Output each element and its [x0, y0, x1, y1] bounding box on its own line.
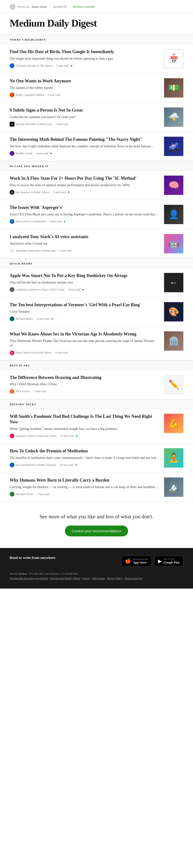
- article-subtitle: Could this be someone you know? Or even …: [10, 115, 160, 120]
- article-card: I analyzed Tony Stark's AI voice assista…: [0, 229, 193, 258]
- author-avatar: +: [10, 219, 14, 224]
- section-todays-highlights: TODAY'S HIGHLIGHTS: [0, 34, 193, 44]
- stories-for-text: Stories for: [18, 5, 29, 9]
- article-title[interactable]: The Difference Between Drawing and Illus…: [10, 375, 160, 380]
- article-subtitle: The benefits of meditation don't come in…: [10, 456, 160, 460]
- article-title[interactable]: Will Smith's Pandemic Dad Bod Challenge …: [10, 414, 160, 425]
- article-thumbnail: 🏛️: [164, 331, 183, 351]
- help-center-link[interactable]: Help Center: [92, 577, 105, 580]
- author-name: Brooke Meredith in Mind Cafe: [16, 122, 52, 126]
- article-card: No One Wants to Work Anymore The lament …: [0, 73, 193, 103]
- article-card: 9 Subtle Signs a Person Is Not So Great …: [0, 103, 193, 132]
- article-thumbnail: 🌩️: [164, 107, 183, 127]
- article-content: I analyzed Tony Stark's AI voice assista…: [10, 234, 160, 253]
- separator: ·: [54, 64, 55, 68]
- author-avatar: BC: [10, 248, 14, 253]
- article-thumbnail: 📅 📅: [164, 49, 183, 68]
- privacy-link[interactable]: Privacy Policy: [107, 577, 123, 580]
- careers-link[interactable]: Careers: [82, 577, 90, 580]
- article-meta: + Devon Price in Elemental · 9 min read …: [10, 219, 160, 224]
- article-subtitle: See how Van Gogh's turbulent mind depict…: [10, 144, 160, 149]
- email-header: Stories for James Jonas · @cobalt706 · B…: [0, 0, 193, 13]
- article-card: The Issues With 'Asperger's' Tesla CEO E…: [0, 200, 193, 229]
- google-play-icon: ▶: [158, 558, 162, 564]
- footer-sent-by: Sent by Medium · P.O. Box 602, San Franc…: [10, 571, 183, 576]
- article-title[interactable]: 9 Subtle Signs a Person Is Not So Great: [10, 107, 160, 113]
- article-title[interactable]: No One Wants to Work Anymore: [10, 78, 160, 84]
- article-content: Apple Was Smart Not To Put a Key Ring Do…: [10, 273, 160, 292]
- article-thumbnail: 👤: [164, 205, 183, 224]
- article-thumbnail: 🤖: [164, 234, 183, 253]
- star-icon: ★: [70, 64, 73, 68]
- article-meta: SL Paul Combs in Perceive More! · 4 min …: [10, 350, 160, 355]
- author-avatar: SL: [10, 350, 14, 355]
- article-title[interactable]: The Issues With 'Asperger's': [10, 205, 160, 210]
- user-avatar: [10, 4, 15, 10]
- author-avatar: mc: [10, 122, 14, 127]
- article-card: The Ten best Interpretations of Vermeer'…: [0, 297, 193, 327]
- terms-link[interactable]: Terms of service: [125, 577, 142, 580]
- cta-button[interactable]: Control your recommendations: [65, 526, 128, 536]
- article-title[interactable]: I analyzed Tony Stark's AI voice assista…: [10, 234, 160, 240]
- read-time: 10 min read: [60, 463, 73, 467]
- read-time: 4 min read: [55, 351, 68, 354]
- author-avatar: [10, 463, 14, 467]
- article-subtitle: I love Vermeer.: [10, 309, 160, 314]
- article-thumbnail: 💪: [164, 414, 183, 433]
- article-title[interactable]: Apple Was Smart Not To Put a Key Ring Do…: [10, 273, 160, 278]
- article-meta: A Jari Roomer in Better Advice · 9 min r…: [10, 190, 160, 195]
- star-icon: ★: [75, 434, 78, 438]
- separator: ·: [57, 463, 58, 467]
- author-name: Michalina Bidzinska in Bootcamp: [16, 249, 56, 253]
- star-icon: ★: [51, 317, 54, 321]
- article-subtitle: This will be the best no doohickey track…: [10, 280, 160, 285]
- star-icon: ★: [67, 191, 70, 194]
- weekly-digest-link[interactable]: Switch to the Weekly Digest: [50, 577, 80, 580]
- author-name: Shannon Ashley in Honestly Yours: [16, 434, 57, 438]
- cta-text: See more of what you like and less of wh…: [10, 514, 183, 520]
- article-meta: Kathy Copeland Padden · 3 min read: [10, 93, 160, 97]
- read-time: 17 min read: [60, 434, 74, 438]
- separator: ·: [53, 351, 54, 354]
- become-member-link[interactable]: Become a member: [73, 5, 95, 9]
- article-title[interactable]: How To Unlock the Promise of Meditation: [10, 448, 160, 454]
- footer-links: Unsubscribe from this type of email · Sw…: [10, 576, 183, 581]
- article-content: What We Know About Sex in the Victorian …: [10, 331, 160, 355]
- article-card: What We Know About Sex in the Victorian …: [0, 327, 193, 360]
- article-title[interactable]: Find Out His Date of Birth, Then Google …: [10, 49, 160, 55]
- read-time: 4 min read: [37, 317, 49, 321]
- article-title[interactable]: What We Know About Sex in the Victorian …: [10, 331, 160, 337]
- author-name: Richard Bailey: [16, 317, 33, 321]
- read-time: 9 min read: [50, 220, 62, 223]
- article-card: How To Unlock the Promise of Meditation …: [0, 443, 193, 473]
- google-play-text: GET IT ON Google Play: [164, 558, 180, 564]
- article-content: Work In A Flow State For 2+ Hours Per Da…: [10, 176, 160, 195]
- unsubscribe-link[interactable]: Unsubscribe from this type of email: [10, 577, 48, 580]
- article-title[interactable]: The Ten best Interpretations of Vermeer'…: [10, 302, 160, 308]
- article-title[interactable]: Why Humans Were Born to Literally Carry …: [10, 477, 160, 483]
- article-content: How To Unlock the Promise of Meditation …: [10, 448, 160, 467]
- article-title[interactable]: The Interesting Math Behind The Famous P…: [10, 137, 160, 142]
- article-thumbnail: 🎨: [164, 302, 183, 321]
- footer-read-write: Read or write from anywhere.: [10, 556, 56, 560]
- article-thumbnail: 🌌: [164, 137, 183, 156]
- article-thumbnail: 🏔️: [164, 477, 183, 497]
- digest-heading: Medium Daily Digest: [10, 18, 183, 29]
- author-name: Tom Froese: [16, 390, 30, 393]
- article-subtitle: And here's what I found out.: [10, 241, 160, 246]
- article-content: 9 Subtle Signs a Person Is Not So Great …: [10, 107, 160, 127]
- article-meta: Michael Easter · 7 min read: [10, 492, 160, 497]
- star-icon: ★: [63, 220, 66, 223]
- article-subtitle: The lament of the robber barons: [10, 86, 160, 90]
- article-subtitle: Why I Don't Illustrate How I Draw: [10, 382, 160, 387]
- article-title[interactable]: Work In A Flow State For 2+ Hours Per Da…: [10, 176, 160, 181]
- app-store-badge[interactable]: 🍎 Download on the App Store: [121, 556, 152, 566]
- author-name: Michael Easter: [16, 492, 33, 496]
- article-subtitle: When "getting healthier" means intention…: [10, 427, 160, 431]
- author-name: Paul Combs in Perceive More!: [16, 351, 52, 354]
- read-time: 5 min read: [59, 249, 71, 253]
- google-play-badge[interactable]: ▶ GET IT ON Google Play: [154, 556, 183, 566]
- article-meta: Shannon Ashley in Honestly Yours · 17 mi…: [10, 434, 160, 438]
- digest-title: Medium Daily Digest: [0, 13, 193, 34]
- article-content: Why Humans Were Born to Literally Carry …: [10, 477, 160, 497]
